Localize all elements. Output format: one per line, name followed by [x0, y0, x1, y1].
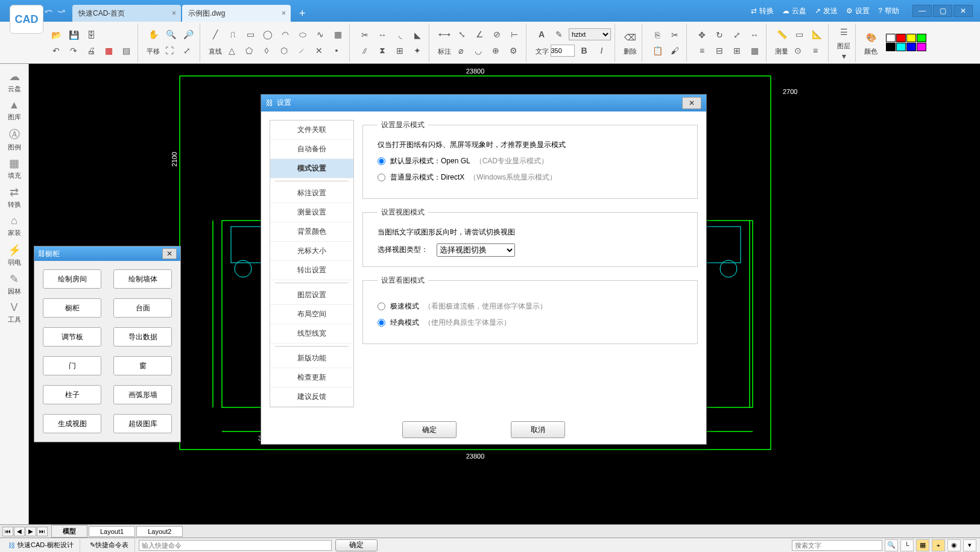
- sidebar-item-填充[interactable]: ▦填充: [2, 154, 27, 182]
- dim-arc-icon[interactable]: ◡: [470, 43, 486, 58]
- ellipse-icon[interactable]: ⬭: [295, 27, 311, 42]
- zoom-out-icon[interactable]: 🔎: [180, 27, 196, 42]
- panel-button-画弧形墙[interactable]: 画弧形墙: [113, 385, 172, 404]
- settings-nav-新版功能[interactable]: 新版功能: [270, 349, 353, 368]
- next-icon[interactable]: ▶: [25, 527, 36, 536]
- undo-icon[interactable]: ↶: [48, 43, 64, 58]
- cmd-table-button[interactable]: ✎ 快捷命令表: [84, 539, 135, 552]
- cloud-icon[interactable]: ◊: [259, 43, 274, 58]
- close-icon[interactable]: ×: [172, 9, 176, 17]
- zoom-in-icon[interactable]: 🔍: [163, 27, 179, 42]
- ray-icon[interactable]: ⟋: [294, 43, 309, 58]
- prev-icon[interactable]: ◀: [14, 527, 25, 536]
- tri-icon[interactable]: △: [224, 43, 239, 58]
- close-button[interactable]: ✕: [953, 5, 973, 17]
- eraser-icon[interactable]: ⌫: [622, 30, 638, 45]
- stretch-icon[interactable]: ↔: [747, 27, 762, 43]
- xline-icon[interactable]: ✕: [311, 43, 327, 58]
- sidebar-item-弱电[interactable]: ⚡弱电: [2, 241, 27, 269]
- export-icon[interactable]: ▤: [118, 43, 134, 58]
- paste-icon[interactable]: 📋: [650, 43, 665, 58]
- angle-icon[interactable]: 📐: [809, 27, 824, 42]
- fillet-icon[interactable]: ◟: [392, 27, 408, 43]
- extend-icon[interactable]: ↔: [375, 27, 390, 43]
- dim-align-icon[interactable]: ⤡: [454, 27, 470, 42]
- list-icon[interactable]: ≡: [808, 43, 823, 58]
- color-swatch[interactable]: [896, 43, 906, 51]
- array-icon[interactable]: ⊞: [392, 43, 408, 58]
- cancel-button[interactable]: 取消: [511, 421, 565, 438]
- color-swatch[interactable]: [917, 34, 926, 42]
- print-icon[interactable]: 🖨: [83, 43, 99, 58]
- first-icon[interactable]: ⏮: [2, 527, 13, 536]
- radio-directx[interactable]: 普通显示模式：DirectX （Windows系统显示模式）: [378, 172, 688, 183]
- settings-nav-转出设置[interactable]: 转出设置: [270, 261, 353, 280]
- polyline-icon[interactable]: ⎍: [225, 27, 241, 42]
- nav-back-icon[interactable]: ⤺: [45, 5, 52, 17]
- area-icon[interactable]: ▭: [791, 27, 807, 42]
- bold-icon[interactable]: B: [577, 43, 592, 58]
- rect-icon[interactable]: ▭: [242, 27, 258, 42]
- cloud-button[interactable]: ☁ 云盘: [782, 6, 806, 16]
- ok-button[interactable]: 确定: [402, 421, 457, 438]
- dist-icon[interactable]: 📏: [774, 27, 789, 42]
- spline-icon[interactable]: ∿: [312, 27, 328, 42]
- panel-button-窗[interactable]: 窗: [113, 356, 172, 375]
- dim-ord-icon[interactable]: ⊢: [507, 27, 522, 42]
- radio-classic[interactable]: 经典模式 （使用经典原生字体显示）: [378, 318, 688, 328]
- poly-icon[interactable]: ⬠: [241, 43, 257, 58]
- panel-button-橱柜[interactable]: 橱柜: [43, 298, 101, 318]
- settings-nav-文件关联[interactable]: 文件关联: [270, 121, 353, 140]
- pan-icon[interactable]: ✋: [145, 27, 161, 42]
- sidebar-item-云盘[interactable]: ☁云盘: [2, 67, 27, 95]
- circle-icon[interactable]: ◯: [260, 27, 276, 42]
- settings-nav-布局空间[interactable]: 布局空间: [270, 305, 353, 324]
- settings-nav-模式设置[interactable]: 模式设置: [270, 159, 353, 178]
- chamfer-icon[interactable]: ◣: [409, 27, 425, 43]
- nav-forward-icon[interactable]: ⤻: [57, 5, 65, 17]
- dim-linear-icon[interactable]: ⟷: [437, 27, 452, 42]
- color-swatch[interactable]: [886, 43, 896, 51]
- dim-ang-icon[interactable]: ∠: [472, 27, 487, 42]
- last-icon[interactable]: ⏭: [37, 527, 48, 536]
- italic-icon[interactable]: I: [594, 43, 610, 58]
- saveall-icon[interactable]: 🗄: [83, 27, 99, 43]
- group-icon[interactable]: ▦: [747, 43, 762, 58]
- search-icon[interactable]: 🔍: [885, 539, 898, 551]
- move-icon[interactable]: ✥: [694, 27, 710, 43]
- radio-fast[interactable]: 极速模式 （看图极速流畅，使用迷你字体显示）: [378, 301, 688, 312]
- close-icon[interactable]: ✕: [162, 248, 177, 259]
- panel-button-绘制墙体[interactable]: 绘制墙体: [113, 269, 172, 289]
- settings-nav-光标大小[interactable]: 光标大小: [270, 242, 353, 261]
- maximize-button[interactable]: ▢: [933, 5, 952, 17]
- hatch-icon[interactable]: ▦: [330, 27, 346, 42]
- color-swatch[interactable]: [917, 43, 926, 51]
- dim-cont-icon[interactable]: ⊕: [488, 43, 504, 58]
- close-icon[interactable]: ✕: [682, 97, 701, 109]
- offset-icon[interactable]: ⫽: [357, 43, 373, 58]
- radio-input[interactable]: [378, 174, 385, 181]
- panel-titlebar[interactable]: ⛓ 橱柜 ✕: [34, 246, 180, 261]
- color-swatch[interactable]: [906, 34, 916, 42]
- panel-button-台面[interactable]: 台面: [113, 298, 172, 318]
- mirror-icon[interactable]: ⧗: [375, 43, 390, 58]
- layout-tab-2[interactable]: Layout2: [136, 526, 183, 537]
- settings-nav-线型线宽[interactable]: 线型线宽: [270, 324, 353, 343]
- help-button[interactable]: ? 帮助: [878, 6, 899, 16]
- dialog-titlebar[interactable]: ⛓ 设置 ✕: [261, 95, 706, 111]
- arc-icon[interactable]: ◠: [277, 27, 293, 42]
- panel-button-导出数据[interactable]: 导出数据: [113, 327, 172, 347]
- settings-nav-图层设置[interactable]: 图层设置: [270, 286, 353, 305]
- match-icon[interactable]: 🖌: [667, 43, 683, 58]
- radio-input[interactable]: [378, 303, 385, 310]
- color-swatch[interactable]: [886, 34, 896, 42]
- rotate-icon[interactable]: ↻: [712, 27, 727, 43]
- tab-drawing[interactable]: 示例图.dwg ×: [182, 5, 291, 22]
- trim-icon[interactable]: ✂: [357, 27, 373, 43]
- save-icon[interactable]: 💾: [66, 27, 81, 43]
- radio-input[interactable]: [378, 319, 385, 327]
- mtext-icon[interactable]: ✎: [551, 27, 567, 42]
- ortho-icon[interactable]: └: [900, 539, 914, 551]
- copy-icon[interactable]: ⎘: [650, 27, 665, 43]
- dim-rad-icon[interactable]: ⊘: [489, 27, 505, 42]
